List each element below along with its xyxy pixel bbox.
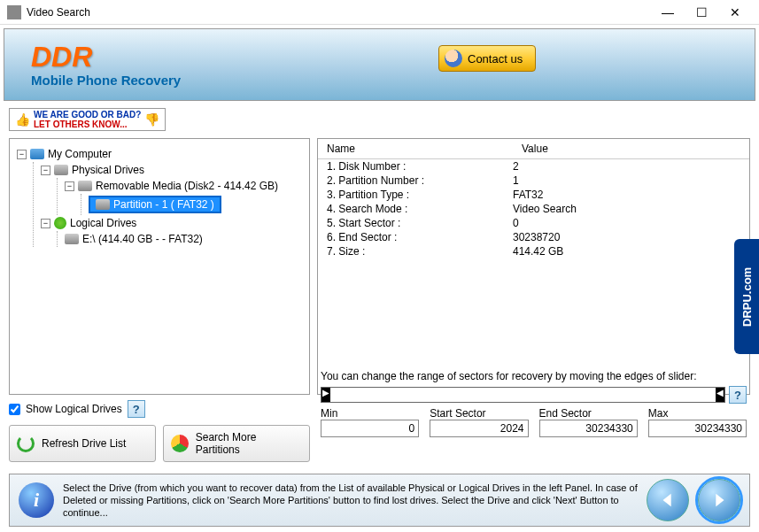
tree-physical-label: Physical Drives [72, 164, 144, 176]
detail-row: 3. Partition Type :FAT32 [318, 188, 749, 202]
main-area: − My Computer − Physical Drives − Remova… [9, 138, 750, 395]
tree-drive-e[interactable]: E:\ (414.40 GB - - FAT32) [65, 231, 302, 247]
min-input[interactable] [321, 420, 419, 437]
show-logical-label: Show Logical Drives [26, 403, 122, 415]
show-logical-checkbox[interactable] [9, 404, 20, 415]
contact-label: Contact us [468, 52, 523, 66]
tree-physical-drives[interactable]: − Physical Drives [41, 162, 302, 178]
detail-name: 2. Partition Number : [327, 174, 513, 187]
min-label: Min [321, 407, 419, 420]
details-header: Name Value [318, 139, 749, 159]
start-sector-input[interactable] [430, 420, 528, 437]
tree-partition-selected[interactable]: Partition - 1 ( FAT32 ) [89, 194, 302, 215]
drive-icon [78, 181, 92, 191]
end-sector-label: End Sector [539, 407, 638, 420]
search-more-partitions-button[interactable]: Search More Partitions [163, 425, 310, 462]
details-body: 1. Disk Number :22. Partition Number :13… [318, 159, 749, 258]
search-more-label: Search More Partitions [196, 431, 302, 456]
arrow-right-icon [709, 490, 729, 510]
app-icon [7, 5, 21, 19]
detail-value: 2 [513, 160, 519, 173]
details-panel: Name Value 1. Disk Number :22. Partition… [317, 138, 750, 395]
end-sector-input[interactable] [539, 420, 638, 437]
tree-removable-label: Removable Media (Disk2 - 414.42 GB) [96, 180, 278, 192]
detail-name: 4. Search Mode : [327, 203, 513, 215]
max-input[interactable] [648, 420, 747, 437]
window-title: Video Search [27, 6, 651, 19]
maximize-button[interactable]: ☐ [685, 2, 718, 23]
detail-row: 2. Partition Number :1 [318, 173, 749, 188]
contact-us-button[interactable]: Contact us [438, 45, 536, 72]
slider-right-handle[interactable]: ◀ [716, 388, 724, 402]
tree-logical-drives[interactable]: − Logical Drives [41, 215, 302, 231]
computer-icon [30, 149, 44, 159]
sector-range-panel: You can change the range of sectors for … [321, 370, 747, 437]
pie-chart-icon [171, 435, 189, 452]
drpu-side-tag[interactable]: DRPU.com [734, 239, 759, 354]
minimize-button[interactable]: — [651, 2, 685, 23]
logo: DDR Mobile Phone Recovery [31, 42, 181, 88]
detail-name: 1. Disk Number : [327, 160, 513, 173]
tree-e-label: E:\ (414.40 GB - - FAT32) [82, 233, 203, 245]
detail-row: 1. Disk Number :2 [318, 159, 749, 173]
contact-avatar-icon [445, 50, 462, 67]
tree-logical-label: Logical Drives [70, 217, 136, 229]
logo-main: DDR [31, 42, 181, 71]
collapse-icon[interactable]: − [17, 150, 27, 159]
tree-partition-label: Partition - 1 ( FAT32 ) [113, 198, 214, 211]
refresh-drive-list-button[interactable]: Refresh Drive List [9, 425, 156, 462]
max-label: Max [648, 407, 747, 420]
feedback-line2: LET OTHERS KNOW... [34, 120, 128, 129]
refresh-label: Refresh Drive List [42, 437, 126, 450]
detail-value: Video Search [513, 203, 577, 215]
title-bar: Video Search — ☐ ✕ [0, 0, 759, 25]
collapse-icon[interactable]: − [41, 166, 50, 175]
detail-name: 3. Partition Type : [327, 189, 513, 201]
logical-drive-icon [54, 217, 66, 229]
detail-row: 7. Size :414.42 GB [318, 244, 749, 258]
help-icon[interactable]: ? [729, 386, 747, 404]
collapse-icon[interactable]: − [65, 181, 74, 191]
next-button[interactable] [698, 479, 740, 521]
footer-bar: i Select the Drive (from which you want … [9, 474, 750, 527]
footer-text: Select the Drive (from which you want to… [63, 482, 638, 520]
sector-hint: You can change the range of sectors for … [321, 370, 747, 382]
logo-subtitle: Mobile Phone Recovery [31, 73, 181, 88]
refresh-icon [17, 435, 35, 452]
detail-value: 414.42 GB [513, 245, 563, 258]
detail-name: 5. Start Sector : [327, 217, 513, 229]
detail-row: 5. Start Sector :0 [318, 216, 749, 230]
drive-icon [54, 165, 68, 175]
sector-slider[interactable]: ▶ ◀ [321, 387, 725, 403]
info-icon: i [19, 482, 54, 518]
detail-name: 7. Size : [327, 245, 513, 258]
col-name: Name [318, 139, 513, 158]
arrow-left-icon [658, 490, 678, 510]
slider-left-handle[interactable]: ▶ [321, 388, 330, 402]
tree-root[interactable]: − My Computer [17, 146, 302, 162]
detail-row: 4. Search Mode :Video Search [318, 202, 749, 216]
thumbs-up-icon: 👍 [15, 112, 30, 127]
collapse-icon[interactable]: − [41, 219, 50, 228]
tree-controls: Show Logical Drives ? Refresh Drive List… [9, 400, 310, 462]
tree-root-label: My Computer [48, 148, 112, 160]
header-banner: DDR Mobile Phone Recovery Contact us [4, 28, 755, 101]
back-button[interactable] [647, 479, 689, 521]
feedback-banner[interactable]: 👍 WE ARE GOOD OR BAD? LET OTHERS KNOW...… [9, 108, 166, 131]
partition-icon [96, 199, 110, 210]
thumbs-down-icon: 👎 [144, 112, 159, 127]
detail-value: FAT32 [513, 189, 543, 201]
drive-icon [65, 234, 79, 244]
feedback-line1: WE ARE GOOD OR BAD? [34, 110, 141, 120]
start-sector-label: Start Sector [430, 407, 528, 420]
detail-value: 30238720 [513, 231, 560, 243]
help-icon[interactable]: ? [128, 400, 145, 418]
detail-value: 1 [513, 174, 519, 187]
detail-name: 6. End Sector : [327, 231, 513, 243]
close-button[interactable]: ✕ [718, 2, 752, 23]
detail-row: 6. End Sector :30238720 [318, 230, 749, 244]
tree-removable-media[interactable]: − Removable Media (Disk2 - 414.42 GB) [65, 178, 302, 194]
drive-tree-panel: − My Computer − Physical Drives − Remova… [9, 138, 310, 395]
detail-value: 0 [513, 217, 519, 229]
col-value: Value [513, 139, 557, 158]
